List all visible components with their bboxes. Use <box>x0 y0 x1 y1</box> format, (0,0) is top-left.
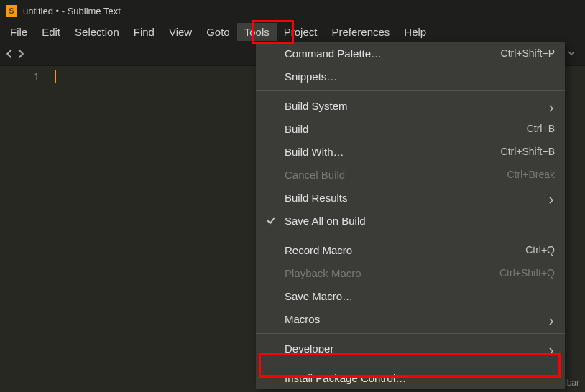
menu-project[interactable]: Project <box>277 23 325 41</box>
chevron-right-icon <box>548 102 555 109</box>
menu-label: Macros <box>285 313 320 325</box>
menu-save-all-on-build[interactable]: Save All on Build <box>256 209 565 232</box>
menu-edit[interactable]: Edit <box>34 23 68 41</box>
titlebar: S untitled • - Sublime Text <box>0 0 585 22</box>
menu-label: Build System <box>285 100 348 112</box>
menu-save-macro[interactable]: Save Macro… <box>256 284 565 307</box>
menu-label: Playback Macro <box>285 267 361 279</box>
menu-shortcut: Ctrl+Break <box>507 169 555 180</box>
menu-label: Developer <box>285 342 333 355</box>
menu-label: Snippets… <box>285 70 337 83</box>
menu-label: Command Palette… <box>285 47 382 60</box>
menu-shortcut: Ctrl+Shift+P <box>501 47 555 59</box>
menu-file[interactable]: File <box>3 23 34 41</box>
separator <box>256 333 565 334</box>
menu-shortcut: Ctrl+B <box>527 123 555 134</box>
menubar: File Edit Selection Find View Goto Tools… <box>0 22 585 42</box>
menu-goto[interactable]: Goto <box>199 23 237 41</box>
menu-label: Build With… <box>285 146 344 158</box>
menu-label: Cancel Build <box>285 169 345 181</box>
menu-view[interactable]: View <box>162 23 199 41</box>
menu-label: Build Results <box>285 192 348 204</box>
menu-label: Save All on Build <box>285 215 366 227</box>
menu-cancel-build: Cancel Build Ctrl+Break <box>256 163 565 186</box>
app-logo-icon: S <box>6 5 17 17</box>
tools-dropdown: Command Palette… Ctrl+Shift+P Snippets… … <box>256 42 565 389</box>
chevron-right-icon <box>548 315 555 322</box>
menu-selection[interactable]: Selection <box>68 23 126 41</box>
menu-build-with[interactable]: Build With… Ctrl+Shift+B <box>256 140 565 163</box>
chevron-right-icon <box>548 194 555 201</box>
menu-macros[interactable]: Macros <box>256 307 565 330</box>
menu-snippets[interactable]: Snippets… <box>256 65 565 88</box>
separator <box>256 235 565 235</box>
menu-install-package-control[interactable]: Install Package Control… <box>256 366 565 389</box>
menu-tools[interactable]: Tools <box>237 23 277 41</box>
menu-build-system[interactable]: Build System <box>256 94 565 117</box>
menu-shortcut: Ctrl+Q <box>525 244 555 256</box>
fold-arrows[interactable] <box>4 49 26 59</box>
menu-build-results[interactable]: Build Results <box>256 186 565 209</box>
caret <box>55 70 56 83</box>
menu-preferences[interactable]: Preferences <box>324 23 397 41</box>
menu-help[interactable]: Help <box>397 23 433 41</box>
line-number: 1 <box>4 70 40 83</box>
menu-label: Install Package Control… <box>285 372 406 384</box>
menu-command-palette[interactable]: Command Palette… Ctrl+Shift+P <box>256 42 565 65</box>
menu-shortcut: Ctrl+Shift+B <box>501 146 555 157</box>
separator <box>256 363 565 363</box>
separator <box>256 90 565 91</box>
arrow-right-icon <box>16 49 26 59</box>
menu-label: Save Macro… <box>285 290 353 302</box>
window-title: untitled • - Sublime Text <box>23 6 121 17</box>
menu-developer[interactable]: Developer <box>256 337 565 360</box>
menu-shortcut: Ctrl+Shift+Q <box>499 267 555 279</box>
menu-label: Build <box>285 123 308 135</box>
menu-find[interactable]: Find <box>126 23 162 41</box>
menu-record-macro[interactable]: Record Macro Ctrl+Q <box>256 238 565 261</box>
check-icon <box>266 215 276 225</box>
menu-playback-macro: Playback Macro Ctrl+Shift+Q <box>256 261 565 284</box>
menu-build[interactable]: Build Ctrl+B <box>256 117 565 140</box>
menu-label: Record Macro <box>285 244 352 256</box>
chevron-right-icon <box>548 345 555 352</box>
gutter: 1 <box>0 66 50 392</box>
arrow-left-icon <box>4 49 14 59</box>
